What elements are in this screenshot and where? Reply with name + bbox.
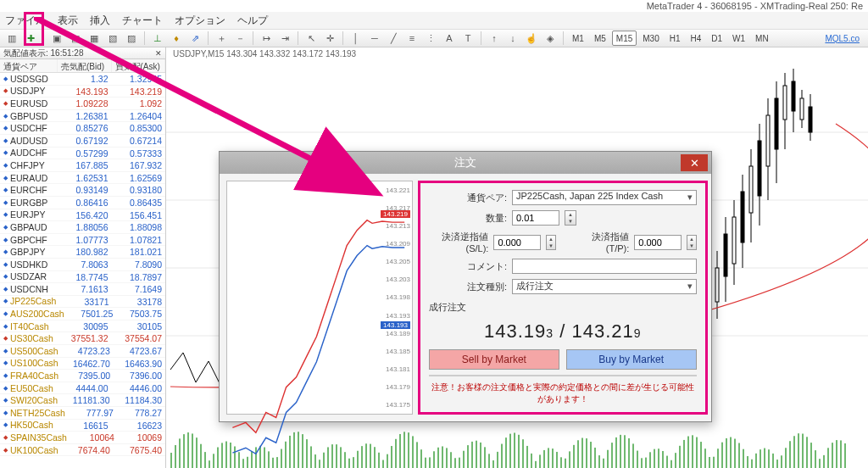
market-watch-row[interactable]: US500Cash4723.234723.67 xyxy=(0,345,165,358)
svg-rect-140 xyxy=(645,458,647,468)
market-watch-row[interactable]: EU50Cash4444.004446.00 xyxy=(0,382,165,395)
market-watch-row[interactable]: FRA40Cash7395.007396.00 xyxy=(0,370,165,382)
svg-rect-132 xyxy=(611,443,613,468)
market-watch-row[interactable]: AUDCHF0.572990.57333 xyxy=(0,148,165,160)
market-watch-row[interactable]: JP225Cash3317133178 xyxy=(0,296,165,309)
toolbar-nav-icon[interactable]: ▦ xyxy=(86,31,103,46)
col-bid[interactable]: 売気配(Bid) xyxy=(58,59,112,72)
toolbar-bar-chart-icon[interactable]: ⊥ xyxy=(149,31,166,46)
toolbar-arrow-down-icon[interactable]: ↓ xyxy=(504,31,521,46)
timeframe-w1[interactable]: W1 xyxy=(728,31,749,46)
col-ask[interactable]: 買気配(Ask) xyxy=(112,59,166,72)
type-select[interactable]: 成行注文 xyxy=(512,279,697,294)
menu-file[interactable]: ファイル xyxy=(5,14,46,28)
timeframe-m5[interactable]: M5 xyxy=(590,31,610,46)
menu-insert[interactable]: 挿入 xyxy=(90,14,110,28)
toolbar-hline-icon[interactable]: ─ xyxy=(366,31,383,46)
toolbar-objects-icon[interactable]: ◈ xyxy=(542,31,559,46)
market-watch-row[interactable]: GBPUSD1.263811.26404 xyxy=(0,110,165,123)
mql5-link[interactable]: MQL5.co xyxy=(825,34,865,43)
market-watch-row[interactable]: EURJPY156.420156.451 xyxy=(0,209,165,222)
toolbar-market-icon[interactable]: ▤ xyxy=(67,31,84,46)
svg-rect-46 xyxy=(247,457,248,468)
market-watch-row[interactable]: GBPCHF1.077731.07821 xyxy=(0,234,165,247)
market-watch-row[interactable]: EURUSD1.092281.092 xyxy=(0,98,165,110)
svg-rect-178 xyxy=(806,437,808,468)
toolbar-crosshair-icon[interactable]: ✛ xyxy=(321,31,338,46)
timeframe-mn[interactable]: MN xyxy=(751,31,773,46)
toolbar-strategy-icon[interactable]: ▨ xyxy=(123,31,140,46)
sl-input[interactable] xyxy=(493,235,541,250)
timeframe-h1[interactable]: H1 xyxy=(665,31,685,46)
svg-rect-70 xyxy=(348,459,350,468)
app-title: MetaTrader 4 - 36068195 - XMTrading-Real… xyxy=(647,1,863,11)
market-watch-row[interactable]: USDSGD1.321.32945 xyxy=(0,73,165,86)
toolbar-text-icon[interactable]: A xyxy=(441,31,458,46)
toolbar-thumb-icon[interactable]: ☝ xyxy=(523,31,540,46)
toolbar-auto-scroll-icon[interactable]: ↦ xyxy=(258,31,275,46)
pair-select[interactable]: JP225Cash, Japan 225 Index Cash xyxy=(512,190,697,205)
toolbar-profiles-icon[interactable]: ▣ xyxy=(48,31,65,46)
market-watch-row[interactable]: AUDUSD0.671920.67214 xyxy=(0,135,165,148)
market-watch-row[interactable]: UK100Cash7674.407675.40 xyxy=(0,444,165,457)
market-watch-row[interactable]: SPAIN35Cash1006410069 xyxy=(0,432,165,444)
toolbar-terminal-icon[interactable]: ▧ xyxy=(104,31,121,46)
price-quote: 143.193 / 143.219 xyxy=(429,319,697,344)
toolbar-candle-icon[interactable]: ♦ xyxy=(168,31,185,46)
qty-input[interactable] xyxy=(512,210,559,226)
comment-input[interactable] xyxy=(512,259,697,274)
toolbar-cursor-icon[interactable]: ↖ xyxy=(303,31,320,46)
timeframe-h4[interactable]: H4 xyxy=(687,31,706,46)
market-watch-row[interactable]: IT40Cash3009530105 xyxy=(0,320,165,333)
toolbar-new-order-icon[interactable]: ✚ xyxy=(22,31,39,46)
sell-button[interactable]: Sell by Market xyxy=(429,349,559,370)
toolbar-zoom-in-icon[interactable]: ＋ xyxy=(213,31,230,46)
market-watch-row[interactable]: USDJPY143.193143.219 xyxy=(0,86,165,98)
toolbar-arrow-up-icon[interactable]: ↑ xyxy=(486,31,503,46)
toolbar-shift-icon[interactable]: ⇥ xyxy=(276,31,293,46)
market-watch-row[interactable]: US100Cash16462.7016463.90 xyxy=(0,358,165,370)
buy-button[interactable]: Buy by Market xyxy=(566,349,697,370)
svg-rect-35 xyxy=(200,444,202,468)
market-watch-row[interactable]: USDCHF0.852760.85300 xyxy=(0,122,165,135)
timeframe-m15[interactable]: M15 xyxy=(612,31,637,46)
col-symbol[interactable]: 通貨ペア xyxy=(0,59,58,72)
timeframe-m1[interactable]: M1 xyxy=(568,31,588,46)
market-watch-row[interactable]: SWI20Cash11181.3011184.30 xyxy=(0,394,165,407)
toolbar-vline-icon[interactable]: │ xyxy=(348,31,364,46)
toolbar-channel-icon[interactable]: ≡ xyxy=(403,31,420,46)
market-watch-row[interactable]: EURAUD1.625311.62569 xyxy=(0,172,165,185)
market-watch-row[interactable]: USDCNH7.16137.1649 xyxy=(0,283,165,296)
market-watch-row[interactable]: EURGBP0.864160.86435 xyxy=(0,197,165,209)
timeframe-d1[interactable]: D1 xyxy=(707,31,726,46)
dialog-titlebar[interactable]: 注文 ✕ xyxy=(220,152,711,174)
market-watch-row[interactable]: CHFJPY167.885167.932 xyxy=(0,159,165,172)
market-watch-body[interactable]: USDSGD1.321.32945USDJPY143.193143.219EUR… xyxy=(0,73,165,468)
toolbar-trendline-icon[interactable]: ╱ xyxy=(385,31,402,46)
close-icon[interactable]: ✕ xyxy=(155,49,162,58)
toolbar-new-chart-icon[interactable]: ▥ xyxy=(3,31,20,46)
market-watch-row[interactable]: GBPJPY180.982181.021 xyxy=(0,246,165,259)
toolbar-zoom-out-icon[interactable]: － xyxy=(231,31,248,46)
menu-help[interactable]: ヘルプ xyxy=(237,14,268,28)
sl-stepper[interactable]: ▲▼ xyxy=(546,235,555,250)
tp-stepper[interactable]: ▲▼ xyxy=(687,235,696,250)
qty-stepper[interactable]: ▲▼ xyxy=(565,210,576,226)
toolbar-label-icon[interactable]: T xyxy=(459,31,476,46)
market-watch-row[interactable]: AUS200Cash7501.257503.75 xyxy=(0,308,165,320)
market-watch-row[interactable]: HK50Cash1661516623 xyxy=(0,420,165,432)
menu-view[interactable]: 表示 xyxy=(58,14,78,28)
tp-input[interactable] xyxy=(634,235,682,250)
close-icon[interactable]: ✕ xyxy=(681,154,708,171)
market-watch-row[interactable]: US30Cash37551.3237554.07 xyxy=(0,332,165,345)
menu-options[interactable]: オプション xyxy=(175,14,225,28)
market-watch-row[interactable]: EURCHF0.931490.93180 xyxy=(0,184,165,197)
menu-chart[interactable]: チャート xyxy=(122,14,163,28)
toolbar-fibo-icon[interactable]: ⋮ xyxy=(422,31,439,46)
market-watch-row[interactable]: NETH25Cash777.97778.27 xyxy=(0,407,165,420)
toolbar-line-icon[interactable]: ⇗ xyxy=(186,31,203,46)
market-watch-row[interactable]: GBPAUD1.880561.88098 xyxy=(0,221,165,234)
market-watch-row[interactable]: USDZAR18.774518.7897 xyxy=(0,271,165,284)
timeframe-m30[interactable]: M30 xyxy=(638,31,663,46)
market-watch-row[interactable]: USDHKD7.80637.8090 xyxy=(0,259,165,271)
